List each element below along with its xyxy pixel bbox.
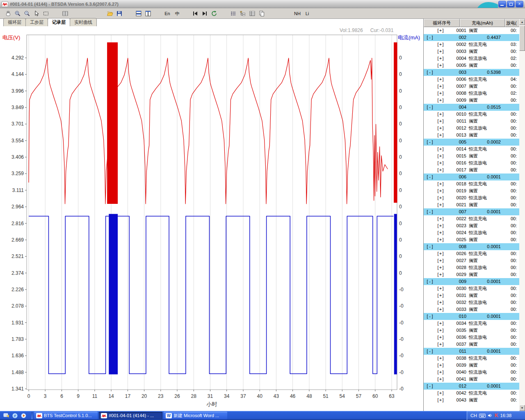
minimize-button[interactable] [498,1,506,7]
table-row[interactable]: [+]0017搁置00: [424,167,520,173]
table-row[interactable]: [+]0030恒流充电00: [424,285,520,292]
table-row[interactable]: [-]0120.0001 [424,383,520,390]
scroll-thumb[interactable] [519,25,525,51]
row-expander[interactable]: [+] [437,264,444,271]
table-row[interactable]: [+]0004恒流放电02: [424,55,520,62]
row-expander[interactable]: [+] [437,376,444,383]
row-expander[interactable]: [+] [437,236,444,243]
row-expander[interactable]: [+] [437,292,444,299]
row-expander[interactable]: [+] [437,306,444,313]
table-row[interactable]: [+]0023搁置00: [424,222,520,229]
table-row[interactable]: [+]0019搁置00: [424,187,520,194]
tab-cycle-layer[interactable]: 循环层 [3,18,26,26]
grid-view-button[interactable] [60,9,70,18]
row-expander[interactable]: [+] [437,83,444,90]
close-button[interactable]: × [516,1,523,7]
tree-view-button[interactable] [238,9,247,18]
region-select-button[interactable] [41,9,50,18]
row-expander[interactable]: [+] [437,194,444,201]
row-expander[interactable]: [+] [437,167,444,173]
table-row[interactable]: [+]0043搁置00: [424,397,520,404]
chinese-lang-button[interactable]: 中 [172,9,182,18]
taskbar-task-1[interactable]: BTS TestControl 5.1.0... [34,412,98,419]
save-button[interactable] [114,9,124,18]
row-expander[interactable]: [+] [437,97,444,104]
row-expander[interactable]: [+] [437,153,444,160]
scroll-up-button[interactable]: ▲ [519,19,525,25]
table-row[interactable]: [+]0022恒流充电00: [424,215,520,222]
chart-svg[interactable]: 0369111417202326283134374043464851545760… [0,26,423,411]
row-expander[interactable]: [+] [437,390,444,397]
table-row[interactable]: [+]0012恒流放电00: [424,125,520,132]
row-expander[interactable]: [+] [437,250,444,257]
table-row[interactable]: [+]0029搁置00: [424,271,520,278]
row-expander[interactable]: [-] [426,383,434,390]
table-row[interactable]: [+]0003搁置00: [424,48,520,55]
media-player-icon[interactable] [21,413,27,419]
maximize-button[interactable] [507,1,515,7]
row-expander[interactable]: [-] [426,139,434,146]
row-expander[interactable]: [+] [437,320,444,327]
row-expander[interactable]: [+] [437,397,444,404]
row-expander[interactable]: [+] [437,334,444,341]
zoom-in-button[interactable] [13,9,22,18]
table-row[interactable]: [-]0020.4437 [424,34,520,41]
row-expander[interactable]: [+] [437,48,444,55]
volume-icon[interactable] [488,413,493,418]
row-expander[interactable]: [+] [437,132,444,139]
row-expander[interactable]: [+] [437,27,444,34]
list-view-button[interactable] [228,9,238,18]
row-expander[interactable]: [-] [426,69,434,76]
table-row[interactable]: [+]0028恒流放电00: [424,264,520,271]
table-row[interactable]: [-]0060.0001 [424,173,520,180]
row-expander[interactable]: [-] [426,243,434,250]
row-expander[interactable]: [-] [426,34,434,41]
table-row[interactable]: [+]0007搁置00: [424,83,520,90]
table-row[interactable]: [-]0030.5398 [424,69,520,76]
table-row[interactable]: [+]0001搁置00: [424,27,520,34]
taskbar-task-3[interactable]: W 新建 Microsoft Word ... [164,412,227,419]
table-row[interactable]: [+]0031搁置00: [424,292,520,299]
tab-realtime-curve[interactable]: 实时曲线 [70,18,97,26]
table-row[interactable]: [-]0070.0001 [424,208,520,215]
row-expander[interactable]: [-] [426,208,434,215]
table-row[interactable]: [+]0015搁置00: [424,153,520,160]
row-expander[interactable]: [-] [426,173,434,180]
clock[interactable]: 16:38 [500,413,512,418]
table-row[interactable]: [+]0018恒流充电00: [424,180,520,187]
table-row[interactable]: [+]0033搁置00: [424,306,520,313]
row-expander[interactable]: [+] [437,62,444,69]
last-record-button[interactable] [200,9,209,18]
table-row[interactable]: [-]0100.0001 [424,313,520,320]
table-row[interactable]: [+]0014恒流充电00: [424,146,520,153]
table-row[interactable]: [+]0009搁置00: [424,97,520,104]
row-expander[interactable]: [+] [437,76,444,83]
tile-horizontal-button[interactable] [134,9,143,18]
table-row[interactable]: [-]0050.0002 [424,139,520,146]
table-row[interactable]: [+]0013搁置00: [424,132,520,139]
row-expander[interactable]: [+] [437,355,444,362]
table-row[interactable]: [+]0020恒流放电00: [424,194,520,201]
table-row[interactable]: [+]0040恒流放电00: [424,369,520,376]
table-row[interactable]: [-]0110.0001 [424,348,520,355]
row-expander[interactable]: [+] [437,187,444,194]
table-row[interactable]: [+]0032恒流放电00: [424,299,520,306]
row-expander[interactable]: [+] [437,285,444,292]
nimh-mode-button[interactable]: NH [292,9,302,18]
table-row[interactable]: [+]0005搁置00: [424,62,520,69]
row-expander[interactable]: [+] [437,146,444,153]
table-row[interactable]: [+]0025搁置00: [424,236,520,243]
row-expander[interactable]: [+] [437,299,444,306]
row-expander[interactable]: [+] [437,369,444,376]
table-row[interactable]: [-]0090.0001 [424,278,520,285]
row-expander[interactable]: [+] [437,201,444,208]
row-expander[interactable]: [+] [437,271,444,278]
copy-button[interactable] [257,9,266,18]
row-expander[interactable]: [+] [437,125,444,132]
table-row[interactable]: [+]0021搁置00: [424,201,520,208]
show-desktop-icon[interactable] [3,413,9,419]
table-row[interactable]: [+]0036恒流放电00: [424,334,520,341]
row-expander[interactable]: [-] [426,348,434,355]
table-row[interactable]: [+]0034恒流充电00: [424,320,520,327]
keyboard-icon[interactable] [479,413,486,418]
